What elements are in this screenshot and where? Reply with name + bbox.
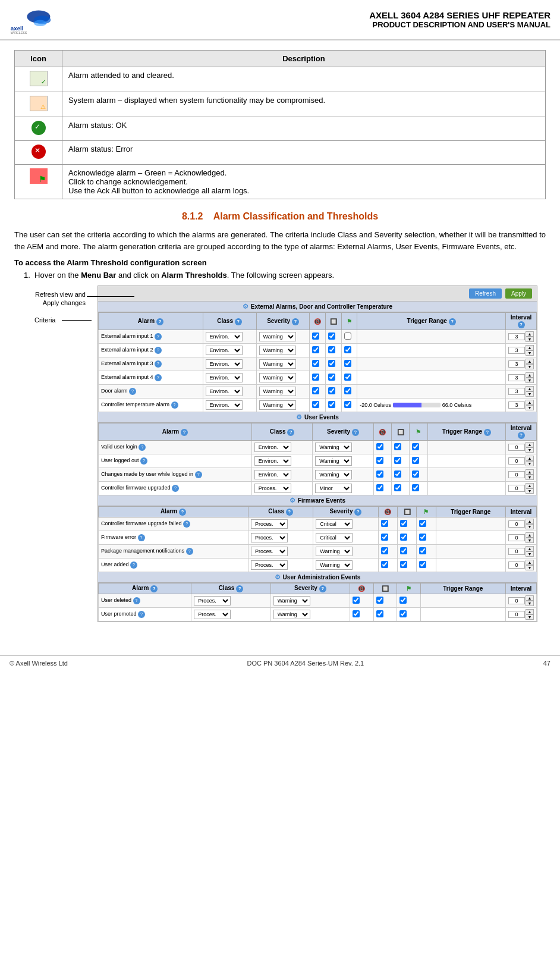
stepper-down[interactable]: ▼ — [526, 488, 534, 494]
interval-input[interactable] — [508, 561, 525, 569]
severity-select-cell[interactable]: Warning — [256, 371, 310, 385]
checkbox-cell-1[interactable] — [310, 399, 326, 412]
interval-stepper[interactable]: ▲▼ — [526, 386, 534, 397]
checkbox-cell-3[interactable] — [410, 454, 427, 468]
checkbox-2[interactable] — [328, 401, 335, 408]
checkbox-cell-1[interactable] — [310, 385, 326, 399]
class-select-cell[interactable]: Proces. — [191, 608, 271, 622]
interval-stepper[interactable]: ▲▼ — [526, 442, 534, 453]
checkbox-cell-2[interactable] — [392, 441, 410, 454]
checkbox-3[interactable] — [412, 457, 419, 464]
help-icon-row[interactable]: ? — [140, 457, 147, 465]
severity-select[interactable]: Critical — [316, 533, 353, 542]
interval-cell[interactable]: ▲▼ — [506, 399, 537, 412]
checkbox-cell-3[interactable] — [341, 399, 357, 412]
interval-input[interactable] — [508, 611, 525, 618]
checkbox-1[interactable] — [376, 457, 383, 464]
severity-select[interactable]: Warning — [316, 560, 353, 570]
checkbox-cell-3[interactable] — [341, 330, 357, 344]
checkbox-cell-2[interactable] — [326, 371, 342, 385]
severity-select-cell[interactable]: Warning — [313, 468, 373, 482]
class-select-cell[interactable]: Proces. — [191, 594, 271, 608]
interval-stepper[interactable]: ▲▼ — [526, 372, 534, 383]
checkbox-3[interactable] — [344, 360, 351, 367]
severity-select[interactable]: Warning — [259, 400, 296, 410]
checkbox-1[interactable] — [376, 470, 383, 478]
class-select[interactable]: Environ. — [254, 443, 291, 452]
checkbox-cell-1[interactable] — [373, 454, 391, 468]
class-select[interactable]: Proces. — [194, 596, 231, 606]
severity-select-cell[interactable]: Warning — [270, 594, 350, 608]
class-select[interactable]: Proces. — [251, 560, 288, 570]
stepper-down[interactable]: ▼ — [526, 337, 534, 342]
interval-input[interactable] — [508, 597, 525, 604]
checkbox-cell-2[interactable] — [326, 385, 342, 399]
help-icon-interval-1[interactable]: ? — [518, 321, 525, 328]
interval-stepper[interactable]: ▲▼ — [526, 546, 534, 557]
checkbox-1[interactable] — [312, 401, 319, 408]
checkbox-1[interactable] — [381, 561, 388, 568]
checkbox-3[interactable] — [412, 443, 419, 450]
class-select[interactable]: Environ. — [254, 456, 291, 466]
class-select[interactable]: Proces. — [254, 484, 291, 493]
help-icon-severity-2[interactable]: ? — [352, 429, 359, 436]
checkbox-cell-2[interactable] — [392, 454, 410, 468]
severity-select-cell[interactable]: Warning — [256, 399, 310, 412]
checkbox-2[interactable] — [394, 484, 401, 491]
help-icon-row[interactable]: ? — [186, 548, 193, 555]
checkbox-3[interactable] — [419, 561, 426, 568]
checkbox-cell-3[interactable] — [410, 441, 427, 454]
stepper-down[interactable]: ▼ — [526, 538, 534, 543]
interval-input[interactable] — [508, 388, 525, 395]
checkbox-1[interactable] — [312, 332, 319, 340]
checkbox-cell-3[interactable] — [341, 344, 357, 357]
checkbox-cell-2[interactable] — [326, 399, 342, 412]
interval-cell[interactable]: ▲▼ — [506, 517, 537, 531]
stepper-up[interactable]: ▲ — [526, 560, 534, 565]
stepper-up[interactable]: ▲ — [526, 456, 534, 461]
checkbox-cell-1[interactable] — [350, 594, 373, 608]
severity-select[interactable]: Minor — [315, 484, 352, 493]
checkbox-1[interactable] — [376, 443, 383, 450]
interval-input[interactable] — [508, 485, 525, 492]
checkbox-cell-1[interactable] — [378, 517, 397, 531]
stepper-up[interactable]: ▲ — [526, 331, 534, 337]
interval-input[interactable] — [508, 360, 525, 368]
stepper-up[interactable]: ▲ — [526, 546, 534, 551]
interval-cell[interactable]: ▲▼ — [506, 454, 537, 468]
checkbox-2[interactable] — [376, 597, 383, 604]
class-select[interactable]: Environ. — [206, 332, 243, 341]
checkbox-cell-3[interactable] — [397, 594, 420, 608]
severity-select-cell[interactable]: Warning — [256, 330, 310, 344]
stepper-down[interactable]: ▼ — [526, 551, 534, 557]
interval-cell[interactable]: ▲▼ — [506, 385, 537, 399]
class-select[interactable]: Environ. — [206, 387, 243, 396]
checkbox-cell-3[interactable] — [417, 517, 436, 531]
stepper-down[interactable]: ▼ — [526, 447, 534, 453]
severity-select-cell[interactable]: Warning — [270, 608, 350, 622]
stepper-up[interactable]: ▲ — [526, 519, 534, 524]
checkbox-cell-3[interactable] — [410, 468, 427, 482]
stepper-down[interactable]: ▼ — [526, 364, 534, 369]
checkbox-cell-3[interactable] — [417, 545, 436, 559]
stepper-down[interactable]: ▼ — [526, 475, 534, 480]
checkbox-3[interactable] — [419, 520, 426, 527]
help-icon-row[interactable]: ? — [138, 534, 145, 541]
help-icon-row[interactable]: ? — [195, 471, 202, 478]
severity-select[interactable]: Warning — [315, 443, 352, 452]
checkbox-2[interactable] — [328, 374, 335, 381]
checkbox-cell-1[interactable] — [373, 482, 391, 495]
help-icon-alarm-4[interactable]: ? — [150, 585, 158, 592]
stepper-down[interactable]: ▼ — [526, 378, 534, 383]
class-select[interactable]: Environ. — [206, 346, 243, 355]
checkbox-1[interactable] — [353, 597, 360, 604]
stepper-up[interactable]: ▲ — [526, 483, 534, 488]
help-icon-row[interactable]: ? — [138, 611, 145, 618]
checkbox-2[interactable] — [400, 547, 407, 554]
checkbox-cell-1[interactable] — [310, 330, 326, 344]
checkbox-3[interactable] — [419, 534, 426, 541]
checkbox-cell-2[interactable] — [326, 344, 342, 357]
stepper-down[interactable]: ▼ — [526, 524, 534, 529]
severity-select-cell[interactable]: Warning — [313, 454, 373, 468]
checkbox-1[interactable] — [312, 374, 319, 381]
